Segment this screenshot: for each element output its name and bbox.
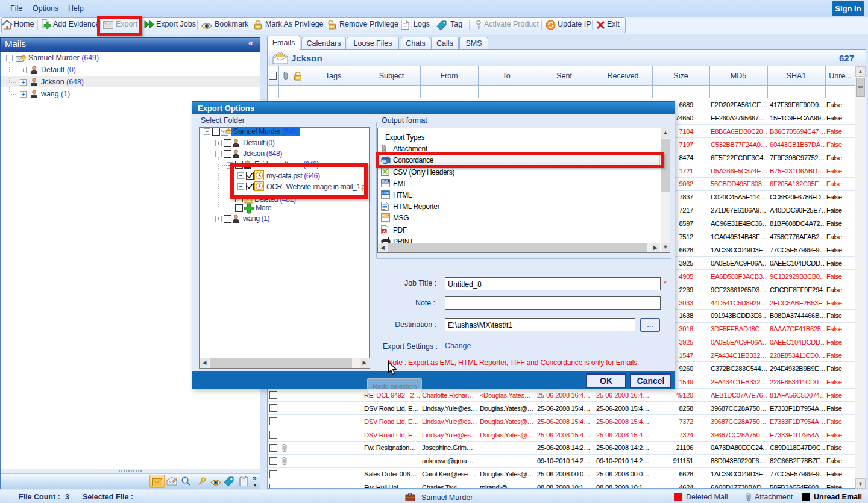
svg-text:HTML: HTML: [382, 192, 389, 195]
svg-text:A: A: [383, 230, 386, 233]
svg-text:MSG: MSG: [382, 214, 389, 217]
svg-text:EML: EML: [382, 180, 389, 183]
